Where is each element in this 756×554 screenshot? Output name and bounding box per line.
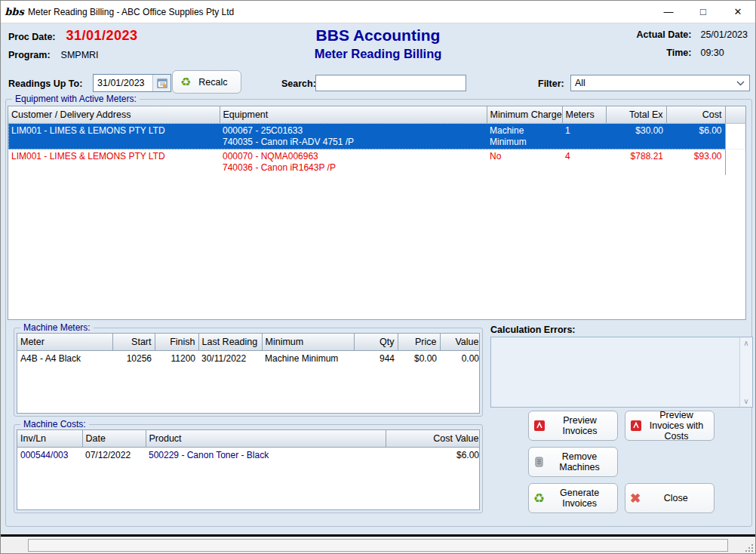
col-customer[interactable]: Customer / Delivery Address [8,106,220,123]
col-cost[interactable]: Cost [666,106,725,123]
proc-date-value: 31/01/2023 [66,28,138,44]
cell-customer: LIM001 - LIMES & LEMONS PTY LTD [8,123,220,149]
cell-price: $0.00 [398,350,440,367]
col-last-reading[interactable]: Last Reading [198,334,262,350]
col-date[interactable]: Date [82,430,146,447]
col-qty[interactable]: Qty [354,334,398,350]
pdf-icon [630,420,642,432]
readings-date-field [93,74,171,92]
equipment-table: Customer / Delivery Address Equipment Mi… [8,106,746,320]
cell-minimum-charge: No [487,149,562,175]
col-minimum-charge[interactable]: Minimum Charge [487,106,562,123]
maximize-button[interactable]: □ [686,1,721,23]
close-x-icon: ✖ [630,491,641,506]
cell-minimum: Machine Minimum [262,350,354,367]
equipment-row-selected[interactable]: LIM001 - LIMES & LEMONS PTY LTD 000067 -… [8,123,745,149]
equipment-row-alert[interactable]: LIM001 - LIMES & LEMONS PTY LTD 000070 -… [8,149,745,175]
proc-date-label: Proc Date: [8,32,56,42]
calculation-errors-scrollbar[interactable]: ∧ ∨ [739,337,752,407]
cell-inv-ln: 000544/003 [17,447,82,463]
preview-invoices-with-costs-button[interactable]: Preview Invoices with Costs [625,411,715,441]
close-window-button[interactable]: ✕ [721,1,755,23]
meters-row[interactable]: A4B - A4 Black 10256 11200 30/11/2022 Ma… [17,350,480,367]
controls-row: Readings Up To: ♻ Recalc Search: Filter:… [1,70,755,96]
remove-machines-button[interactable]: Remove Machines [528,447,618,477]
col-product[interactable]: Product [146,430,386,447]
actual-date-label: Actual Date: [637,29,692,40]
cell-spacer [725,149,745,175]
cell-finish: 11200 [155,350,198,367]
calculation-errors-box: ∧ ∨ [490,337,753,408]
preview-invoices-with-costs-label: Preview Invoices with Costs [644,410,709,442]
search-input[interactable] [315,75,466,91]
generate-invoices-button[interactable]: ♻ Generate Invoices [528,483,618,513]
recalc-button[interactable]: ♻ Recalc [172,70,241,94]
trash-bin-icon [533,456,545,468]
header-right: Actual Date: 25/01/2023 Time: 09:30 [637,29,748,58]
meter-reading-billing-window: { "window": { "title": "Meter Reading Bi… [0,0,756,554]
machine-meters-section: Machine Meters: Meter Start Finish Last … [14,328,483,417]
remove-machines-label: Remove Machines [546,451,613,472]
titlebar: bbs Meter Reading Billing - ABC Office S… [1,1,755,23]
cell-meters: 1 [562,123,606,149]
cell-start: 10256 [112,350,155,367]
minimize-button[interactable]: — [651,1,686,23]
cell-date: 07/12/2022 [82,447,146,463]
filter-select[interactable]: All [570,75,750,91]
col-inv-ln[interactable]: Inv/Ln [17,430,82,447]
cell-product: 500229 - Canon Toner - Black [146,447,386,463]
cell-cost-value: $6.00 [386,447,480,463]
generate-invoices-label: Generate Invoices [546,488,613,509]
close-button[interactable]: ✖ Close [625,483,715,513]
machine-meters-legend: Machine Meters: [20,322,94,333]
col-price[interactable]: Price [398,334,440,350]
machine-costs-section: Machine Costs: Inv/Ln Date Product Cost … [14,424,483,513]
machine-costs-legend: Machine Costs: [20,419,89,429]
scroll-down-icon[interactable]: ∨ [743,397,748,405]
cell-value: 0.00 [440,350,480,367]
costs-header-row: Inv/Ln Date Product Cost Value [17,430,480,447]
machine-costs-table: Inv/Ln Date Product Cost Value 000544/00… [17,429,480,510]
col-meters[interactable]: Meters [562,106,606,123]
recalc-label: Recalc [198,77,227,88]
statusbar [1,537,755,553]
recycle-icon: ♻ [533,491,545,506]
program-value: SMPMRI [61,50,99,60]
col-value[interactable]: Value [440,334,480,350]
cell-total-ex: $30.00 [606,123,666,149]
preview-invoices-button[interactable]: Preview Invoices [528,411,618,441]
calculation-errors-label: Calculation Errors: [490,325,576,335]
header-left: Proc Date: 31/01/2023 Program: SMPMRI [8,28,138,66]
cell-equipment: 000070 - NQMA006963 740036 - Canon iR164… [220,149,487,175]
cell-customer: LIM001 - LIMES & LEMONS PTY LTD [8,149,220,175]
close-label: Close [642,493,709,503]
actual-date-value: 25/01/2023 [700,29,748,40]
calculation-errors-content [491,337,739,407]
col-finish[interactable]: Finish [155,334,198,350]
chevron-down-icon [736,81,745,86]
col-start[interactable]: Start [112,334,155,350]
readings-up-to-label: Readings Up To: [8,78,82,89]
col-minimum[interactable]: Minimum [262,334,354,350]
resize-grip[interactable] [744,543,753,552]
cell-meter: A4B - A4 Black [17,350,112,367]
meters-header-row: Meter Start Finish Last Reading Minimum … [17,334,480,350]
equipment-header-row: Customer / Delivery Address Equipment Mi… [8,106,745,123]
col-total-ex[interactable]: Total Ex [606,106,666,123]
readings-date-input[interactable] [94,78,152,88]
equipment-section: Equipment with Active Meters: Customer /… [5,99,752,527]
equipment-legend: Equipment with Active Meters: [12,94,140,104]
program-label: Program: [8,50,51,60]
calendar-picker-icon[interactable] [152,75,171,91]
col-meter[interactable]: Meter [17,334,112,350]
scroll-up-icon[interactable]: ∧ [743,339,748,347]
app-icon: bbs [7,5,22,20]
cell-last-reading: 30/11/2022 [198,350,262,367]
costs-row[interactable]: 000544/003 07/12/2022 500229 - Canon Ton… [17,447,480,463]
col-cost-value[interactable]: Cost Value [386,430,480,447]
machine-meters-table: Meter Start Finish Last Reading Minimum … [17,333,480,414]
time-value: 09:30 [700,48,748,58]
window-title: Meter Reading Billing - ABC Office Suppl… [28,7,234,17]
cell-total-ex: $788.21 [606,149,666,175]
col-equipment[interactable]: Equipment [220,106,487,123]
